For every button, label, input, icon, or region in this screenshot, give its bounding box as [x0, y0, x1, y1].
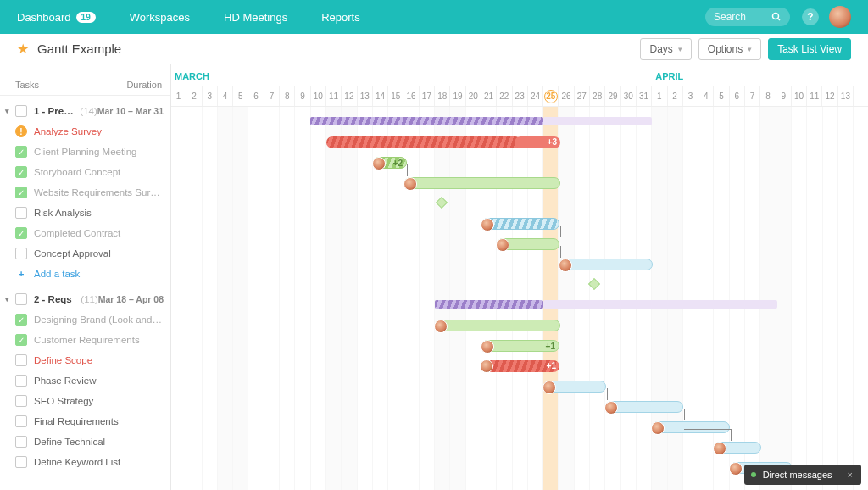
- search-input[interactable]: Search: [705, 8, 790, 26]
- task-checkbox[interactable]: ✓: [15, 314, 27, 326]
- day-cell[interactable]: 30: [621, 86, 637, 106]
- day-cell[interactable]: 31: [637, 86, 652, 106]
- task-row[interactable]: !Analyze Survey: [0, 121, 170, 142]
- task-checkbox[interactable]: [15, 415, 27, 427]
- day-cell[interactable]: 3: [203, 86, 218, 106]
- gantt-chart[interactable]: MARCHAPRIL 12345678910111213141516171819…: [171, 64, 868, 490]
- task-checkbox[interactable]: [15, 456, 27, 468]
- task-checkbox[interactable]: ✓: [15, 187, 27, 198]
- task-checkbox[interactable]: ✓: [15, 334, 27, 346]
- day-cell[interactable]: 4: [218, 86, 233, 106]
- task-row[interactable]: Final Requirements: [0, 411, 170, 432]
- day-cell[interactable]: 3: [683, 86, 698, 106]
- day-cell[interactable]: 13: [358, 86, 373, 106]
- day-cell[interactable]: 8: [280, 86, 295, 106]
- task-checkbox[interactable]: ✓: [15, 166, 27, 178]
- bar-analyze-survey-tail[interactable]: +3: [515, 136, 560, 148]
- day-cell[interactable]: 17: [420, 86, 435, 106]
- day-cell[interactable]: 11: [326, 86, 342, 106]
- day-cell[interactable]: 10: [792, 86, 807, 106]
- task-checkbox[interactable]: [15, 395, 27, 407]
- task-checkbox[interactable]: [15, 436, 27, 448]
- bar-group1-remaining[interactable]: [543, 117, 652, 125]
- bar-group2-remaining[interactable]: [543, 300, 777, 309]
- task-checkbox[interactable]: !: [15, 125, 27, 137]
- task-row[interactable]: Define Scope: [0, 350, 170, 370]
- nav-meetings[interactable]: HD Meetings: [224, 11, 287, 24]
- task-checkbox[interactable]: ✓: [15, 146, 27, 158]
- bar-group1-progress[interactable]: [310, 117, 543, 125]
- group-reqs[interactable]: ▾ 2 - Reqs (11) Mar 18 – Apr 08: [0, 289, 170, 309]
- day-cell[interactable]: 9: [295, 86, 310, 106]
- day-cell[interactable]: 6: [248, 86, 264, 106]
- bar-concept-approval[interactable]: [559, 259, 653, 270]
- bar-designing-brand[interactable]: [435, 320, 560, 331]
- day-cell[interactable]: 13: [838, 86, 854, 106]
- bar-storyboard[interactable]: [404, 177, 560, 189]
- day-cell[interactable]: 18: [435, 86, 450, 106]
- day-cell[interactable]: 5: [233, 86, 248, 106]
- close-icon[interactable]: ×: [848, 470, 853, 480]
- day-cell[interactable]: 28: [590, 86, 605, 106]
- bar-phase-review[interactable]: [543, 381, 606, 393]
- nav-reports[interactable]: Reports: [321, 11, 360, 24]
- day-cell[interactable]: 4: [698, 86, 714, 106]
- day-cell[interactable]: 11: [807, 86, 822, 106]
- options-dropdown[interactable]: Options▾: [698, 38, 761, 60]
- task-checkbox[interactable]: [15, 354, 27, 366]
- day-cell[interactable]: 19: [450, 86, 465, 106]
- bar-analyze-survey[interactable]: [326, 136, 521, 148]
- add-task-button[interactable]: + Add a task: [0, 264, 170, 284]
- star-icon[interactable]: ★: [17, 41, 29, 57]
- day-cell[interactable]: 29: [605, 86, 620, 106]
- bar-client-planning[interactable]: +2: [373, 157, 407, 169]
- task-row[interactable]: ✓Client Planning Meeting: [0, 142, 170, 162]
- day-cell[interactable]: 25: [543, 86, 559, 106]
- day-cell[interactable]: 8: [760, 86, 776, 106]
- day-cell[interactable]: 1: [171, 86, 186, 106]
- task-checkbox[interactable]: [15, 207, 27, 219]
- day-cell[interactable]: 10: [311, 86, 326, 106]
- day-cell[interactable]: 7: [264, 86, 280, 106]
- days-dropdown[interactable]: Days▾: [640, 38, 691, 60]
- group-checkbox[interactable]: [15, 105, 27, 117]
- bar-risk-analysis[interactable]: [481, 218, 559, 230]
- day-cell[interactable]: 26: [559, 86, 574, 106]
- task-row[interactable]: ✓Website Requirements Survey: [0, 182, 170, 203]
- day-cell[interactable]: 5: [714, 86, 729, 106]
- bar-seo-strategy[interactable]: [605, 401, 683, 413]
- bar-customer-req[interactable]: +1: [481, 340, 559, 352]
- help-button[interactable]: ?: [802, 8, 819, 25]
- day-cell[interactable]: 14: [373, 86, 388, 106]
- day-cell[interactable]: 9: [776, 86, 792, 106]
- milestone-website-req[interactable]: [436, 197, 448, 209]
- day-cell[interactable]: 27: [575, 86, 590, 106]
- group-preproduction[interactable]: ▾ 1 - Pre-Produ.. (14) Mar 10 – Mar 31: [0, 101, 170, 121]
- day-cell[interactable]: 21: [481, 86, 497, 106]
- day-cell[interactable]: 23: [513, 86, 528, 106]
- bar-completed-contract[interactable]: [497, 238, 559, 250]
- bar-define-technical[interactable]: [714, 442, 761, 454]
- day-cell[interactable]: 2: [186, 86, 202, 106]
- user-avatar[interactable]: [829, 6, 851, 28]
- task-row[interactable]: ✓Customer Requirements: [0, 330, 170, 350]
- bar-final-req[interactable]: [652, 421, 730, 433]
- group-checkbox[interactable]: [15, 293, 27, 305]
- day-cell[interactable]: 24: [528, 86, 543, 106]
- nav-workspaces[interactable]: Workspaces: [130, 11, 190, 24]
- day-cell[interactable]: 12: [822, 86, 837, 106]
- day-cell[interactable]: 2: [668, 86, 683, 106]
- day-cell[interactable]: 22: [497, 86, 512, 106]
- day-cell[interactable]: 20: [466, 86, 481, 106]
- task-row[interactable]: ✓Completed Contract: [0, 223, 170, 243]
- task-row[interactable]: ✓Storyboard Concept: [0, 162, 170, 182]
- task-row[interactable]: Concept Approval: [0, 243, 170, 264]
- day-cell[interactable]: 12: [342, 86, 357, 106]
- milestone-add[interactable]: [588, 278, 600, 290]
- task-list-view-button[interactable]: Task List View: [768, 38, 851, 60]
- task-row[interactable]: Define Technical: [0, 432, 170, 452]
- direct-messages-popup[interactable]: Direct messages ×: [744, 465, 861, 485]
- day-cell[interactable]: 6: [730, 86, 745, 106]
- task-checkbox[interactable]: ✓: [15, 227, 27, 239]
- bar-group2-progress[interactable]: [435, 300, 543, 309]
